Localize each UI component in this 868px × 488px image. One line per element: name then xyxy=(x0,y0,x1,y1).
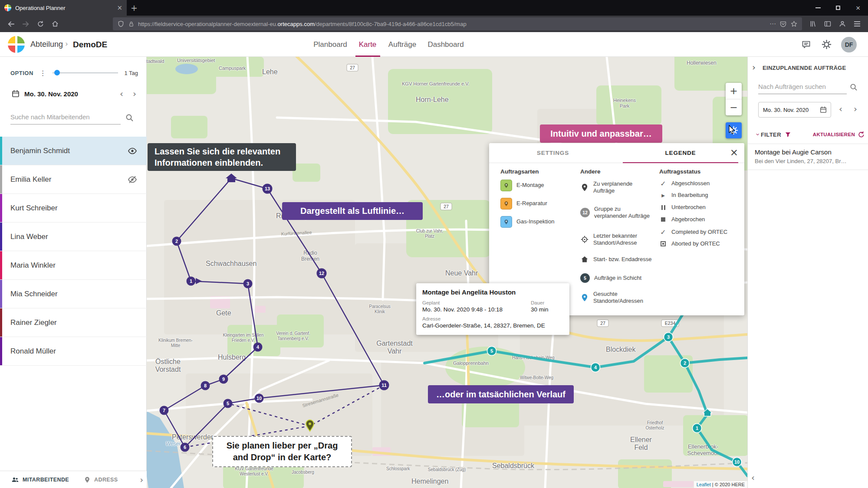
app-logo[interactable] xyxy=(8,36,25,53)
date-next-icon[interactable]: › xyxy=(130,89,139,98)
zoom-out-button[interactable]: − xyxy=(726,99,742,115)
leaflet-link[interactable]: Leaflet xyxy=(697,482,711,487)
option-label: OPTION xyxy=(10,70,33,76)
bookmark-star-icon[interactable] xyxy=(790,20,798,28)
tab-adressen[interactable]: ADRESS xyxy=(84,476,118,483)
route-stop-marker[interactable]: 11 xyxy=(379,380,389,390)
window-restore-button[interactable] xyxy=(828,0,848,16)
employee-row[interactable]: Lina Weber xyxy=(0,223,147,251)
employee-row[interactable]: Rainer Ziegler xyxy=(0,308,147,337)
window-minimize-button[interactable] xyxy=(808,0,828,16)
route-stop-marker[interactable]: 1 xyxy=(187,277,196,286)
employee-row[interactable]: Emilia Keller xyxy=(0,165,147,194)
day-range-slider[interactable] xyxy=(53,72,118,73)
route-stop-marker[interactable]: 5 xyxy=(487,347,496,356)
route-play-icon[interactable] xyxy=(196,278,202,284)
calendar-icon[interactable] xyxy=(819,106,827,114)
route-stop-marker[interactable]: 1 xyxy=(693,424,702,433)
search-icon[interactable] xyxy=(849,83,858,91)
back-icon[interactable] xyxy=(3,17,18,30)
employee-search-input[interactable] xyxy=(10,110,121,124)
legend-close-icon[interactable]: × xyxy=(730,147,738,158)
zoom-in-button[interactable]: + xyxy=(726,83,742,99)
sidebar-toggle-icon[interactable] xyxy=(820,17,835,30)
route-stop-marker[interactable]: 9 xyxy=(219,375,228,384)
employee-row[interactable]: Ronald Müller xyxy=(0,337,147,366)
route-stop-marker[interactable]: 8 xyxy=(201,381,210,390)
settings-gear-icon[interactable] xyxy=(822,39,832,49)
route-home-marker[interactable] xyxy=(703,409,712,416)
route-stop-marker[interactable]: 4 xyxy=(591,363,600,372)
shield-icon[interactable] xyxy=(117,20,125,28)
svg-text:9: 9 xyxy=(222,377,225,382)
route-stop-marker[interactable]: 7 xyxy=(160,406,169,415)
employee-row[interactable]: Maria Winkler xyxy=(0,251,147,280)
route-stop-marker[interactable]: 13 xyxy=(263,184,273,194)
home-icon[interactable] xyxy=(48,17,62,30)
search-icon[interactable] xyxy=(125,113,134,122)
department-name[interactable]: DemoDE xyxy=(73,32,107,57)
order-popup[interactable]: Montage bei Angelita Houston Geplant Mo.… xyxy=(416,283,569,335)
filter-label[interactable]: FILTER xyxy=(761,131,781,138)
order-date-field[interactable]: Mo. 30. Nov. 2020 xyxy=(758,102,831,118)
avatar[interactable]: DF xyxy=(841,37,857,52)
visibility-eye-icon[interactable] xyxy=(128,146,137,156)
panel-collapse-icon[interactable]: › xyxy=(752,62,756,72)
date-prev-icon[interactable]: ‹ xyxy=(836,105,845,113)
left-sidebar: OPTION ⋮ 1 Tag Mo. 30. Nov. 2020 ‹ › Ben… xyxy=(0,57,147,488)
library-icon[interactable] xyxy=(806,17,820,30)
route-stop-marker[interactable]: 12 xyxy=(317,269,327,278)
route-stop-marker[interactable]: 10 xyxy=(255,394,264,403)
route-stop-marker[interactable]: 3 xyxy=(243,279,253,288)
searched-pin-icon xyxy=(580,293,589,302)
employee-row[interactable]: Kurt Schreiber xyxy=(0,194,147,223)
tabs-expand-icon[interactable]: › xyxy=(140,475,143,485)
order-search-input[interactable] xyxy=(758,79,847,94)
employee-row[interactable]: Mia Schneider xyxy=(0,280,147,308)
window-close-button[interactable]: × xyxy=(848,0,868,16)
account-icon[interactable] xyxy=(835,17,850,30)
refresh-label[interactable]: AKTUALISIEREN xyxy=(813,132,855,137)
sidebar-date[interactable]: Mo. 30. Nov. 2020 xyxy=(24,90,113,98)
visibility-off-eye-icon[interactable] xyxy=(128,175,137,184)
calendar-icon[interactable] xyxy=(11,89,20,98)
forward-icon[interactable] xyxy=(18,17,33,30)
feedback-icon[interactable] xyxy=(801,39,811,49)
menu-icon[interactable] xyxy=(850,17,865,30)
tab-close-icon[interactable]: × xyxy=(117,4,122,12)
searched-location-pin[interactable] xyxy=(306,420,314,431)
kebab-menu-icon[interactable]: ⋮ xyxy=(39,69,46,77)
route-stop-marker[interactable]: 3 xyxy=(664,333,673,342)
tab-mitarbeitende[interactable]: MITARBEITENDE xyxy=(11,476,69,484)
pocket-icon[interactable] xyxy=(779,20,787,28)
panel-expand-icon[interactable]: ‹ xyxy=(751,472,755,483)
page-actions-icon[interactable]: ⋯ xyxy=(769,20,776,28)
funnel-icon[interactable] xyxy=(785,131,791,138)
employee-row[interactable]: Benjamin Schmidt xyxy=(0,137,147,165)
route-home-marker[interactable] xyxy=(226,174,237,182)
map-area[interactable]: 27 27 27 E234 Kurfürstenallee Vahrer Str… xyxy=(147,57,747,488)
nav-karte[interactable]: Karte xyxy=(359,32,377,57)
lock-icon[interactable] xyxy=(128,21,135,27)
route-stop-marker[interactable]: 5 xyxy=(224,399,233,408)
url-bar[interactable]: https://fieldservice-operationalplanner-… xyxy=(113,17,802,30)
route-stop-marker[interactable]: 6 xyxy=(181,443,190,452)
route-stop-marker[interactable]: 10 xyxy=(733,458,742,467)
route-stop-marker[interactable]: 4 xyxy=(253,343,263,352)
tab-settings[interactable]: SETTINGS xyxy=(489,143,617,163)
nav-dashboard[interactable]: Dashboard xyxy=(427,32,464,57)
tab-legende[interactable]: LEGENDE xyxy=(617,143,744,163)
route-stop-marker[interactable]: 2 xyxy=(172,237,181,246)
reload-icon[interactable] xyxy=(33,17,48,30)
nav-planboard[interactable]: Planboard xyxy=(313,32,347,57)
route-stop-marker[interactable]: 2 xyxy=(681,359,690,368)
browser-tab[interactable]: Operational Planner × xyxy=(0,0,127,16)
nav-auftraege[interactable]: Aufträge xyxy=(388,32,416,57)
chevron-down-icon[interactable]: › xyxy=(754,133,762,136)
date-next-icon[interactable]: › xyxy=(851,105,860,113)
slider-thumb[interactable] xyxy=(54,70,60,75)
date-prev-icon[interactable]: ‹ xyxy=(117,89,126,98)
new-tab-button[interactable]: + xyxy=(127,0,141,16)
refresh-icon[interactable] xyxy=(858,131,865,138)
order-list-item[interactable]: Montage bei Augie Carson Bei den Vier Li… xyxy=(748,144,868,170)
